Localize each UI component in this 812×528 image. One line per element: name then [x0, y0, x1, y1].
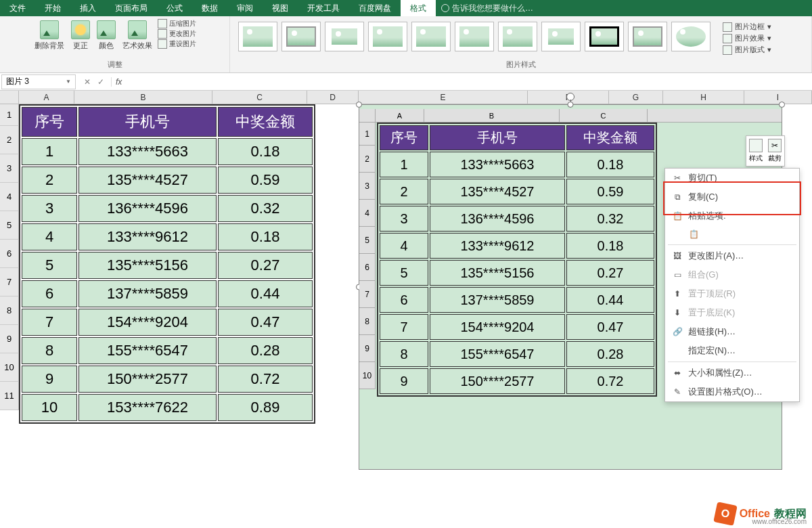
picture-styles-gallery[interactable] — [235, 19, 713, 54]
tab-pagelayout[interactable]: 页面布局 — [106, 0, 157, 16]
crop-button[interactable]: 裁剪 — [768, 139, 782, 163]
tab-file[interactable]: 文件 — [0, 0, 35, 16]
style-item[interactable] — [455, 22, 494, 51]
style-item[interactable] — [411, 22, 451, 51]
tab-developer[interactable]: 开发工具 — [298, 0, 349, 16]
style-item[interactable] — [671, 22, 710, 51]
style-item[interactable] — [281, 22, 321, 51]
tab-formulas[interactable]: 公式 — [157, 0, 192, 16]
row-header[interactable]: 6 — [0, 240, 19, 268]
tab-home[interactable]: 开始 — [35, 0, 70, 16]
size-icon: ⬌ — [672, 368, 683, 378]
style-item[interactable] — [498, 22, 537, 51]
reset-picture-button[interactable]: 重设图片 — [158, 39, 196, 49]
tell-me[interactable]: 告诉我您想要做什么… — [436, 3, 533, 14]
menu-paste-options[interactable]: 📋粘贴选项: — [665, 206, 799, 225]
tab-baidu[interactable]: 百度网盘 — [349, 0, 401, 16]
scissors-icon: ✂ — [672, 173, 683, 183]
menu-size-properties[interactable]: ⬌大小和属性(Z)… — [665, 364, 799, 382]
style-item[interactable] — [628, 22, 667, 51]
row-header[interactable]: 7 — [0, 268, 19, 296]
fx-button[interactable]: fx — [111, 77, 122, 87]
row-header[interactable]: 5 — [0, 211, 19, 240]
artistic-effects-button[interactable]: 艺术效果 — [121, 19, 154, 52]
table-row: 6137****58590.44 — [22, 280, 313, 307]
format-icon: ✎ — [672, 387, 683, 397]
style-item[interactable] — [541, 22, 581, 51]
group-icon: ▭ — [672, 269, 683, 280]
accept-formula-button[interactable]: ✓ — [97, 77, 104, 87]
menu-assign-macro[interactable]: 指定宏(N)… — [665, 341, 799, 360]
compress-picture-button[interactable]: 压缩图片 — [158, 19, 196, 28]
tab-format[interactable]: 格式 — [401, 0, 436, 16]
corrections-button[interactable]: 更正 — [70, 19, 91, 52]
menu-bring-front[interactable]: ⬆置于顶层(R) — [665, 284, 799, 303]
resize-handle[interactable] — [779, 102, 785, 108]
col-header[interactable]: B — [74, 91, 212, 104]
tab-data[interactable]: 数据 — [192, 0, 227, 16]
group-label-styles: 图片样式 — [506, 60, 536, 71]
table-row: 4133****96120.18 — [22, 223, 313, 250]
style-item[interactable] — [585, 22, 624, 51]
row-header[interactable]: 4 — [0, 183, 19, 211]
col-header[interactable]: D — [307, 91, 359, 104]
style-item[interactable] — [238, 22, 277, 51]
menu-send-back[interactable]: ⬇置于底层(K) — [665, 303, 799, 322]
menu-bar: 文件 开始 插入 页面布局 公式 数据 审阅 视图 开发工具 百度网盘 格式 告… — [0, 0, 812, 16]
picture-border-button[interactable]: 图片边框 ▾ — [723, 22, 771, 32]
th-seq: 序号 — [22, 107, 77, 137]
data-table-picture: 序号 手机号 中奖金额 1133****56630.182135****4527… — [377, 123, 657, 397]
change-picture-button[interactable]: 更改图片 — [158, 29, 196, 39]
remove-background-button[interactable]: 删除背景 — [33, 19, 66, 52]
select-all-corner[interactable] — [0, 91, 19, 104]
menu-paste-pic[interactable]: 📋 — [665, 225, 799, 243]
row-header[interactable]: 2 — [0, 126, 19, 154]
picture-layout-button[interactable]: 图片版式 ▾ — [723, 45, 771, 55]
data-table-main: 序号 手机号 中奖金额 1133****56630.182135****4527… — [19, 104, 315, 424]
menu-change-picture[interactable]: 🖼更改图片(A)… — [665, 246, 799, 265]
table-row: 2135****45270.59 — [380, 179, 654, 204]
style-icon — [749, 139, 763, 152]
table-row: 10153****76220.89 — [22, 394, 313, 421]
copy-icon: ⧉ — [672, 192, 683, 202]
table-row: 1133****56630.18 — [380, 152, 654, 177]
context-menu: ✂剪切(T) ⧉复制(C) 📋粘贴选项: 📋 🖼更改图片(A)… ▭组合(G) … — [664, 168, 800, 402]
row-header[interactable]: 11 — [0, 382, 19, 410]
menu-format-picture[interactable]: ✎设置图片格式(O)… — [665, 382, 799, 401]
table-row: 7154****92040.47 — [22, 309, 313, 336]
row-header[interactable]: 10 — [0, 353, 19, 382]
style-item[interactable] — [368, 22, 407, 51]
picture-effects-button[interactable]: 图片效果 ▾ — [723, 33, 771, 43]
row-header[interactable]: 1 — [0, 104, 19, 126]
color-button[interactable]: 颜色 — [95, 19, 117, 52]
col-header[interactable]: G — [609, 91, 663, 104]
tab-view[interactable]: 视图 — [263, 0, 298, 16]
table-row: 4133****96120.18 — [380, 233, 654, 259]
tab-review[interactable]: 审阅 — [227, 0, 263, 16]
col-header[interactable]: E — [359, 91, 528, 104]
row-header[interactable]: 9 — [0, 325, 19, 353]
name-box[interactable]: 图片 3▼ — [1, 74, 76, 89]
chevron-down-icon[interactable]: ▼ — [66, 79, 71, 85]
group-label-adjust: 调整 — [108, 60, 122, 71]
menu-cut[interactable]: ✂剪切(T) — [665, 169, 799, 188]
menu-group[interactable]: ▭组合(G) — [665, 265, 799, 284]
tab-insert[interactable]: 插入 — [70, 0, 106, 16]
menu-copy[interactable]: ⧉复制(C) — [665, 188, 799, 206]
row-header[interactable]: 3 — [0, 154, 19, 183]
table-row: 2135****45270.59 — [22, 167, 313, 194]
resize-handle[interactable] — [568, 102, 574, 108]
row-header[interactable]: 8 — [0, 296, 19, 325]
col-header[interactable]: H — [663, 91, 744, 104]
style-button[interactable]: 样式 — [749, 139, 763, 163]
style-item[interactable] — [325, 22, 364, 51]
col-header[interactable]: C — [212, 91, 307, 104]
logo-icon: O — [713, 502, 738, 526]
col-header[interactable]: I — [744, 91, 812, 104]
table-row: 3136****45960.32 — [22, 195, 313, 222]
col-header[interactable]: A — [19, 91, 74, 104]
resize-handle[interactable] — [356, 102, 362, 108]
rotation-handle[interactable] — [566, 93, 574, 101]
menu-hyperlink[interactable]: 🔗超链接(H)… — [665, 322, 799, 341]
cancel-formula-button[interactable]: ✕ — [84, 77, 91, 87]
